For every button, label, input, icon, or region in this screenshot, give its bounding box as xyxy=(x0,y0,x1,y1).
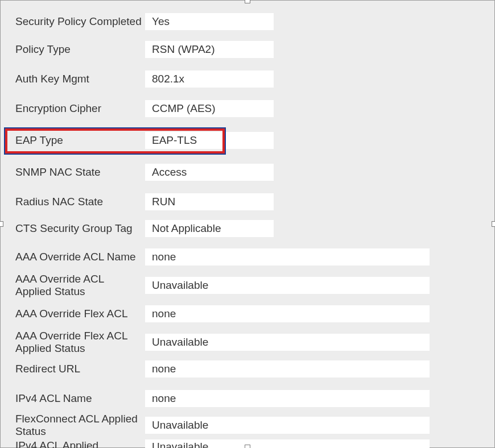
row-policy-type: Policy Type RSN (WPA2) xyxy=(1,39,494,60)
label-eap-type: EAP Type xyxy=(15,134,145,147)
value-aaa-override-flex-acl: none xyxy=(145,305,430,322)
value-auth-key-mgmt: 802.1x xyxy=(145,70,274,88)
value-snmp-nac-state: Access xyxy=(145,164,274,181)
label-encryption-cipher: Encryption Cipher xyxy=(15,102,145,115)
row-redirect-url: Redirect URL none xyxy=(1,359,494,379)
label-auth-key-mgmt: Auth Key Mgmt xyxy=(15,73,145,85)
label-aaa-override-acl-name: AAA Override ACL Name xyxy=(15,251,145,263)
label-flexconnect-acl-applied: FlexConnect ACL Applied Status xyxy=(15,413,145,438)
row-eap-type: EAP Type EAP-TLS xyxy=(1,130,494,151)
row-encryption-cipher: Encryption Cipher CCMP (AES) xyxy=(1,98,494,119)
label-aaa-override-flex-applied: AAA Override Flex ACL Applied Status xyxy=(15,330,145,355)
value-aaa-override-acl-applied: Unavailable xyxy=(145,277,430,294)
label-policy-type: Policy Type xyxy=(15,43,145,56)
value-flexconnect-acl-applied: Unavailable xyxy=(145,417,430,434)
label-aaa-override-acl-applied: AAA Override ACL Applied Status xyxy=(15,273,145,298)
row-radius-nac-state: Radius NAC State RUN xyxy=(1,192,494,212)
value-ipv4-acl-name: none xyxy=(145,390,430,407)
value-cts-security-group-tag: Not Applicable xyxy=(145,220,274,237)
row-security-policy-completed: Security Policy Completed Yes xyxy=(1,6,494,37)
value-redirect-url: none xyxy=(145,360,430,378)
label-radius-nac-state: Radius NAC State xyxy=(15,196,145,208)
resize-handle-top[interactable] xyxy=(245,0,250,3)
row-ipv4-acl-name: IPv4 ACL Name none xyxy=(1,388,494,409)
value-ipv4-acl-applied: Unavailable xyxy=(145,439,430,448)
label-security-policy-completed: Security Policy Completed xyxy=(15,15,145,28)
row-auth-key-mgmt: Auth Key Mgmt 802.1x xyxy=(1,69,494,89)
value-eap-type: EAP-TLS xyxy=(145,132,274,149)
value-aaa-override-acl-name: none xyxy=(145,248,430,266)
label-aaa-override-flex-acl: AAA Override Flex ACL xyxy=(15,308,145,320)
row-flexconnect-acl-applied: FlexConnect ACL Applied Status Unavailab… xyxy=(1,411,494,439)
label-ipv4-acl-applied: IPv4 ACL Applied xyxy=(15,439,145,448)
label-ipv4-acl-name: IPv4 ACL Name xyxy=(15,392,145,405)
label-cts-security-group-tag: CTS Security Group Tag xyxy=(15,222,145,235)
label-snmp-nac-state: SNMP NAC State xyxy=(15,166,145,179)
value-security-policy-completed: Yes xyxy=(145,13,274,30)
value-policy-type: RSN (WPA2) xyxy=(145,41,274,58)
row-aaa-override-flex-applied: AAA Override Flex ACL Applied Status Una… xyxy=(1,328,494,356)
value-radius-nac-state: RUN xyxy=(145,193,274,210)
row-aaa-override-flex-acl: AAA Override Flex ACL none xyxy=(1,300,494,328)
row-cts-security-group-tag: CTS Security Group Tag Not Applicable xyxy=(1,214,494,243)
value-encryption-cipher: CCMP (AES) xyxy=(145,100,274,117)
row-aaa-override-acl-name: AAA Override ACL Name none xyxy=(1,243,494,271)
value-aaa-override-flex-applied: Unavailable xyxy=(145,334,430,351)
label-redirect-url: Redirect URL xyxy=(15,363,145,375)
row-snmp-nac-state: SNMP NAC State Access xyxy=(1,162,494,182)
resize-handle-right[interactable] xyxy=(492,221,495,227)
properties-list: Security Policy Completed Yes Policy Typ… xyxy=(1,1,494,448)
client-detail-panel: Security Policy Completed Yes Policy Typ… xyxy=(0,0,495,448)
resize-handle-bottom[interactable] xyxy=(245,445,250,448)
resize-handle-left[interactable] xyxy=(0,221,3,227)
row-aaa-override-acl-applied: AAA Override ACL Applied Status Unavaila… xyxy=(1,271,494,300)
